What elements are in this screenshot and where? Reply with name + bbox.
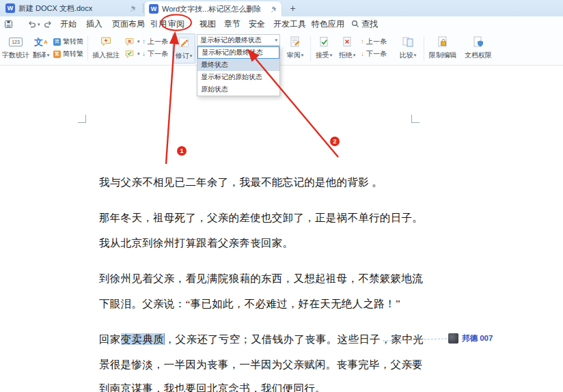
chevron-down-icon: ▾ (353, 53, 356, 58)
display-for-review-dropdown: 显示标记的最终状态 最终状态 显示标记的原始状态 原始状态 (197, 46, 280, 96)
simplified-to-traditional-button[interactable]: 繁 简转繁 (53, 48, 83, 59)
web-tab-title: Word文字技...标记区怎么删除 (162, 4, 261, 14)
word-count-icon: 123 (9, 38, 23, 46)
traditional-chinese-icon: 繁 (53, 51, 61, 58)
paragraph-line: 回家变卖典质，父亲还了亏空；又借钱办了丧事。这些日子，家中光 (99, 333, 424, 347)
menu-dev-tools[interactable]: 开发工具 (273, 16, 306, 31)
commenter-avatar (448, 333, 458, 344)
accept-change-button[interactable]: 接受▾ (313, 33, 335, 64)
paragraph-line: 到南京谋事，我也要回北京念书，我们便同行。 (99, 382, 326, 392)
menu-home[interactable]: 开始 (60, 16, 77, 31)
pin-icon[interactable] (130, 5, 137, 12)
delete-comment-icon (124, 37, 135, 47)
review-pane-button[interactable]: 审阅▾ (283, 33, 307, 64)
pin-icon[interactable] (271, 5, 277, 13)
next-comment-button[interactable]: ↓ 下一条 (142, 48, 168, 59)
document-tab[interactable]: W 新建 DOCX 文档.docx (1, 0, 141, 16)
selected-revision-text[interactable]: 变卖典质 (121, 333, 165, 345)
translate-button[interactable]: 文A 翻译▾ (30, 33, 52, 64)
up-arrow-icon: ↑ (361, 38, 364, 45)
web-tab[interactable]: W Word文字技...标记区怎么删除 (145, 1, 282, 16)
search-label: 查找 (361, 18, 378, 30)
shield-icon (472, 36, 484, 48)
paragraph-line: 我从北京到徐州打算跟着父亲奔丧回家。 (99, 236, 293, 251)
previous-change-label: 上一条 (366, 37, 387, 46)
menubar: ▾ 开始 插入 页面布局 引用 审阅 视图 章节 安全 开发工具 特色应用 查找 (0, 16, 563, 31)
review-pane-icon (289, 36, 301, 48)
wps-doc-icon: W (149, 4, 159, 14)
menu-special-features[interactable]: 特色应用 (312, 16, 344, 31)
translate-icon: 文A (34, 35, 48, 48)
traditional-to-simplified-button[interactable]: 简 繁转简 (53, 36, 83, 47)
menu-review[interactable]: 审阅 (168, 16, 184, 31)
comment-tool-top-button[interactable]: ▾ (124, 36, 140, 47)
previous-comment-button[interactable]: ↑ 上一条 (142, 36, 168, 47)
reject-label: 拒绝▾ (339, 51, 356, 60)
paragraph-line: 我与父亲不相见已二年余了，我最不能忘记的是他的背影 。 (99, 176, 383, 190)
lock-icon (437, 36, 449, 48)
resolve-comment-icon (124, 49, 135, 59)
menu-references[interactable]: 引用 (150, 16, 167, 31)
dropdown-option-final-with-markup[interactable]: 显示标记的最终状态 (197, 46, 279, 59)
track-changes-button[interactable]: 修订▾ (172, 33, 195, 64)
translate-label: 翻译▾ (33, 51, 50, 60)
restrict-editing-button[interactable]: 限制编辑 (426, 33, 459, 64)
ribbon-divider (87, 36, 88, 61)
track-changes-icon (178, 36, 190, 48)
menu-security[interactable]: 安全 (249, 16, 265, 31)
simp-to-trad-label: 简转繁 (63, 49, 83, 59)
ribbon-divider (424, 36, 424, 61)
step-2-badge: 2 (330, 137, 340, 146)
reject-change-button[interactable]: 拒绝▾ (336, 33, 358, 64)
chevron-down-icon: ▾ (137, 51, 140, 57)
compare-button[interactable]: 比较▾ (396, 33, 420, 64)
paragraph-line: 那年冬天，祖母死了，父亲的差使也交卸了，正是祸不单行的日子。 (99, 211, 423, 225)
chevron-down-icon: ▾ (137, 39, 140, 44)
track-changes-label: 修订▾ (176, 51, 193, 61)
down-arrow-icon: ↓ (142, 51, 146, 57)
previous-change-button[interactable]: ↑ 上一条 (361, 36, 387, 47)
next-comment-label: 下一条 (148, 49, 168, 59)
dropdown-option-final-state[interactable]: 最终状态 (197, 59, 279, 71)
comment-tool-bottom-button[interactable]: ▾ (124, 48, 140, 59)
chevron-down-icon: ▾ (330, 53, 333, 58)
save-icon[interactable] (4, 19, 13, 29)
dropdown-option-original-state[interactable]: 原始状态 (197, 83, 279, 96)
paragraph-text: ，父亲还了亏空；又借钱办了丧事。这些日子，家中光 (165, 333, 424, 345)
accept-label: 接受▾ (316, 51, 333, 60)
word-count-label: 字数统计 (2, 51, 29, 60)
chevron-down-icon: ▾ (275, 38, 277, 43)
undo-icon[interactable]: ▾ (27, 19, 40, 29)
paragraph-line: 下眼泪。父亲说：“事已如此，不必难过，好在天无绝人之路！” (99, 297, 400, 311)
menu-search[interactable]: 查找 (351, 16, 378, 31)
document-canvas[interactable]: 我与父亲不相见已二年余了，我最不能忘记的是他的背影 。 那年冬天，祖母死了，父亲… (0, 66, 563, 392)
compare-icon (402, 36, 414, 48)
menu-page-layout[interactable]: 页面布局 (112, 16, 145, 31)
menu-insert[interactable]: 插入 (86, 16, 102, 31)
chevron-down-icon: ▾ (47, 53, 50, 58)
reject-icon (342, 36, 353, 48)
insert-comment-button[interactable]: 插入批注 (90, 33, 122, 64)
menu-view[interactable]: 视图 (200, 16, 216, 31)
document-tab-title: 新建 DOCX 文档.docx (18, 3, 92, 14)
accept-icon (318, 36, 330, 48)
text-boundary-mark-left (78, 115, 86, 123)
redo-icon[interactable] (44, 19, 53, 29)
comment-plus-icon (100, 36, 112, 48)
menu-section[interactable]: 章节 (224, 16, 241, 31)
simplified-chinese-icon: 简 (53, 38, 61, 46)
chevron-down-icon: ▾ (414, 53, 417, 58)
word-count-button[interactable]: 123 字数统计 (1, 33, 30, 64)
chevron-down-icon: ▾ (38, 22, 40, 27)
dropdown-option-original-with-markup[interactable]: 显示标记的原始状态 (197, 71, 279, 83)
chevron-down-icon: ▾ (190, 53, 193, 59)
next-change-button[interactable]: ↓ 下一条 (361, 48, 387, 59)
new-tab-button[interactable]: + (287, 2, 299, 14)
comment-indicator[interactable]: 邦德 007 (448, 333, 493, 344)
wps-writer-window: W 新建 DOCX 文档.docx W Word文字技...标记区怎么删除 + … (0, 0, 563, 392)
document-permission-button[interactable]: 文档权限 (462, 33, 495, 64)
paragraph-line: 景很是惨淡，一半因为丧事，一半因为父亲赋闲。丧事完毕，父亲要 (99, 358, 423, 372)
trad-to-simp-label: 繁转简 (63, 37, 83, 46)
display-for-review-combobox[interactable]: 显示标记的最终状态 ▾ (197, 34, 280, 46)
next-change-label: 下一条 (366, 49, 387, 59)
